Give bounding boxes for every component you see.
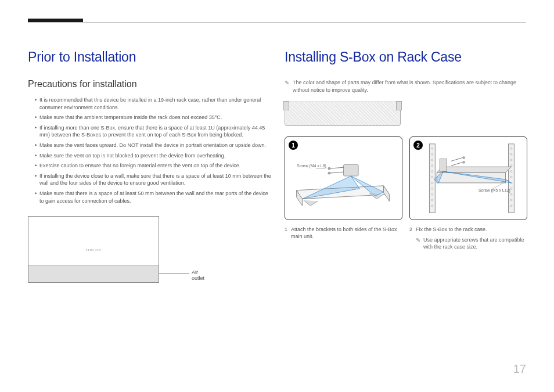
step-2-caption: 2 Fix the S-Box to the rack case. ✎ Use … [409, 226, 527, 250]
step1-svg [285, 137, 402, 220]
precaution-item: Make sure that the ambient temperature i… [35, 114, 272, 121]
svg-line-1 [329, 167, 344, 168]
svg-line-2 [329, 172, 344, 173]
precaution-item: It is recommended that this device be in… [35, 96, 272, 111]
subheading-precautions: Precautions for installation [28, 79, 272, 89]
precaution-item: Make sure the vent on top is not blocked… [35, 152, 272, 160]
svg-rect-8 [429, 144, 435, 213]
caption-num-2: 2 [409, 226, 412, 250]
svg-line-35 [451, 163, 463, 166]
precautions-list: It is recommended that this device be in… [28, 96, 272, 204]
caption-text-2: Fix the S-Box to the rack case. [416, 226, 527, 233]
step2-svg [410, 137, 527, 220]
svg-rect-0 [344, 165, 359, 177]
note-text: The color and shape of parts may differ … [293, 79, 527, 93]
steps-figures: 1 Screw (M4 [285, 136, 527, 220]
caption-text-1: Attach the brackets to both sides of the… [291, 226, 402, 250]
screw-label-1: Screw (M4 x L8) [297, 164, 326, 168]
device-figure: SAMSUNG Air outlet [28, 216, 193, 283]
screw-label-2: Screw (M5 x L12) [479, 188, 510, 193]
step-1-caption: 1 Attach the brackets to both sides of t… [285, 226, 402, 250]
caption-num-1: 1 [285, 226, 287, 250]
step-2-figure: 2 [409, 136, 527, 220]
page-number: 17 [513, 362, 526, 376]
step-1-figure: 1 Screw (M4 [285, 136, 402, 220]
svg-point-4 [328, 172, 330, 174]
left-column: Prior to Installation Precautions for in… [28, 49, 272, 283]
steps-captions: 1 Attach the brackets to both sides of t… [285, 226, 527, 250]
pencil-icon: ✎ [285, 79, 289, 93]
svg-line-34 [451, 158, 463, 161]
device-outline: SAMSUNG [28, 216, 159, 283]
heading-installing: Installing S-Box on Rack Case [285, 49, 527, 65]
svg-rect-9 [509, 144, 515, 213]
svg-point-36 [463, 157, 465, 159]
svg-rect-32 [437, 172, 505, 183]
right-column: Installing S-Box on Rack Case ✎ The colo… [285, 49, 527, 251]
rack-top-figure [285, 102, 401, 126]
section-marker [28, 19, 83, 22]
svg-point-37 [463, 161, 465, 164]
note-block: ✎ The color and shape of parts may diffe… [285, 79, 527, 93]
svg-point-3 [328, 167, 330, 170]
air-outlet-label: Air outlet [192, 269, 204, 281]
vent-texture [28, 265, 159, 282]
brand-logo: SAMSUNG [85, 248, 101, 251]
step-2-subnote: ✎ Use appropriate screws that are compat… [416, 236, 527, 250]
subnote-text: Use appropriate screws that are compatib… [423, 236, 527, 250]
precaution-item: If installing more than one S-Box, ensur… [35, 124, 272, 139]
precaution-item: Make sure the vent faces upward. Do NOT … [35, 142, 272, 149]
precaution-item: Exercise caution to ensure that no forei… [35, 162, 272, 170]
heading-prior: Prior to Installation [28, 49, 272, 65]
pencil-icon: ✎ [416, 236, 420, 250]
top-rule [28, 22, 526, 23]
leader-line [159, 273, 189, 274]
precaution-item: If installing the device close to a wall… [35, 172, 272, 187]
precaution-item: Make sure that there is a space of at le… [35, 190, 272, 204]
svg-rect-33 [440, 159, 447, 172]
